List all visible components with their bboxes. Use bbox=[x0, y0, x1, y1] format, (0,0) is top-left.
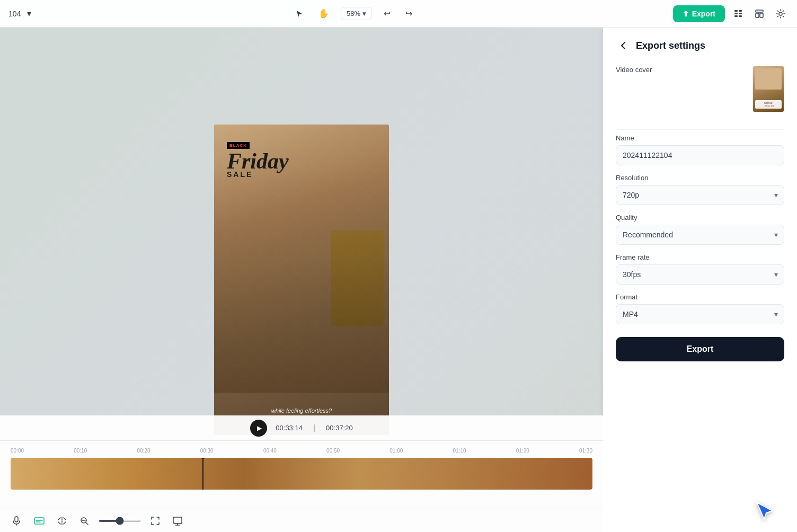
video-cover-section: Video cover $50.00- 30% off bbox=[616, 66, 784, 112]
fullscreen-button[interactable] bbox=[147, 513, 163, 529]
track-content bbox=[11, 458, 592, 490]
grid-icon bbox=[733, 9, 743, 19]
split-button[interactable] bbox=[54, 513, 70, 529]
time-separator: | bbox=[313, 423, 315, 433]
caption-icon bbox=[34, 516, 45, 526]
timeline-ruler: 00:00 00:10 00:20 00:30 00:40 00:50 01:0… bbox=[0, 445, 603, 456]
zoom-level-label: 58% bbox=[347, 10, 360, 17]
present-button[interactable] bbox=[170, 513, 185, 529]
ruler-mark-4: 00:40 bbox=[263, 448, 277, 454]
ruler-mark-2: 00:20 bbox=[137, 448, 150, 454]
microphone-icon bbox=[12, 516, 21, 526]
name-input[interactable] bbox=[616, 145, 784, 165]
hand-tool-button[interactable]: ✋ bbox=[315, 5, 332, 22]
zoom-button[interactable]: 58% ▾ bbox=[341, 7, 372, 20]
play-icon: ▶ bbox=[257, 424, 262, 432]
redo-button[interactable]: ↪ bbox=[402, 5, 415, 22]
cover-thumb-content: $50.00- 30% off bbox=[753, 66, 784, 112]
select-tool-button[interactable] bbox=[292, 6, 307, 21]
playback-bar: ▶ 00:33:14 | 00:37:20 bbox=[0, 415, 603, 441]
resolution-select[interactable]: 720p 1080p 480p 360p bbox=[616, 185, 784, 205]
zoom-out-icon bbox=[79, 516, 89, 526]
svg-rect-1 bbox=[739, 10, 742, 12]
resolution-field: Resolution 720p 1080p 480p 360p bbox=[616, 174, 784, 205]
panel-title: Export settings bbox=[636, 40, 705, 51]
grid-view-button[interactable] bbox=[730, 6, 746, 22]
svg-point-9 bbox=[779, 12, 782, 15]
export-upload-icon: ⬆ bbox=[683, 10, 689, 18]
svg-rect-19 bbox=[173, 517, 182, 524]
split-icon bbox=[57, 516, 67, 526]
total-time: 00:37:20 bbox=[326, 424, 353, 432]
svg-rect-5 bbox=[739, 15, 742, 17]
ruler-mark-5: 00:50 bbox=[326, 448, 340, 454]
svg-rect-12 bbox=[34, 518, 44, 524]
export-action-button[interactable]: Export bbox=[616, 337, 784, 361]
format-label: Format bbox=[616, 293, 784, 301]
caption-button[interactable] bbox=[31, 513, 48, 529]
back-icon bbox=[618, 40, 628, 51]
current-time: 00:33:14 bbox=[276, 424, 303, 432]
svg-rect-0 bbox=[734, 10, 738, 12]
resolution-label: Resolution bbox=[616, 174, 784, 182]
svg-rect-6 bbox=[756, 10, 763, 12]
name-field: Name bbox=[616, 134, 784, 165]
zoom-out-timeline-button[interactable] bbox=[76, 513, 92, 529]
resolution-select-wrapper: 720p 1080p 480p 360p bbox=[616, 185, 784, 205]
panel-header: Export settings bbox=[616, 38, 784, 53]
black-label: BLACK bbox=[227, 142, 250, 149]
svg-rect-7 bbox=[756, 13, 759, 17]
ruler-mark-8: 01:20 bbox=[516, 448, 529, 454]
framerate-select[interactable]: 30fps 24fps 60fps bbox=[616, 264, 784, 285]
ruler-mark-0: 00:00 bbox=[11, 448, 24, 454]
ruler-mark-3: 00:30 bbox=[200, 448, 214, 454]
hand-icon: ✋ bbox=[318, 8, 329, 19]
svg-rect-2 bbox=[734, 13, 738, 14]
quality-label: Quality bbox=[616, 214, 784, 221]
canvas-area: BLACK Friday SALE while feeling effortle… bbox=[0, 28, 603, 532]
layout-button[interactable] bbox=[751, 6, 767, 22]
svg-line-18 bbox=[86, 522, 88, 525]
play-button[interactable]: ▶ bbox=[250, 420, 267, 437]
redo-icon: ↪ bbox=[405, 8, 412, 19]
microphone-button[interactable] bbox=[8, 513, 24, 529]
export-top-button[interactable]: ⬆ Export bbox=[673, 5, 725, 22]
export-panel: Export settings Video cover $50.00- 30% … bbox=[603, 28, 797, 532]
filename-dropdown[interactable]: ▾ bbox=[24, 5, 34, 22]
svg-rect-4 bbox=[734, 15, 738, 17]
zoom-timeline-slider[interactable] bbox=[99, 520, 141, 522]
framerate-label: Frame rate bbox=[616, 253, 784, 261]
quality-select-wrapper: Recommended High Medium Low bbox=[616, 225, 784, 245]
layout-icon bbox=[755, 9, 764, 19]
ruler-marks: 00:00 00:10 00:20 00:30 00:40 00:50 01:0… bbox=[11, 448, 592, 454]
format-field: Format MP4 MOV GIF WebM bbox=[616, 293, 784, 324]
ruler-mark-7: 01:10 bbox=[453, 448, 466, 454]
settings-button[interactable] bbox=[773, 6, 789, 22]
subtitle-text: while feeling effortless? bbox=[214, 407, 389, 414]
select-icon bbox=[295, 10, 304, 18]
video-inner: BLACK Friday SALE while feeling effortle… bbox=[214, 125, 389, 435]
undo-button[interactable]: ↩ bbox=[380, 5, 394, 22]
divider-1 bbox=[616, 129, 784, 130]
svg-rect-3 bbox=[739, 13, 742, 14]
bottom-controls: ▶ 00:33:14 | 00:37:20 00:00 00:10 00:20 … bbox=[0, 415, 603, 532]
zoom-dropdown-icon: ▾ bbox=[362, 10, 366, 17]
framerate-select-wrapper: 30fps 24fps 60fps bbox=[616, 264, 784, 285]
cover-thumbnail[interactable]: $50.00- 30% off bbox=[752, 66, 784, 112]
person-silhouette bbox=[214, 167, 389, 393]
svg-rect-8 bbox=[760, 13, 763, 17]
ruler-mark-1: 00:10 bbox=[74, 448, 87, 454]
format-select[interactable]: MP4 MOV GIF WebM bbox=[616, 304, 784, 324]
name-label: Name bbox=[616, 134, 784, 142]
topbar-center: ✋ 58% ▾ ↩ ↪ bbox=[41, 5, 666, 22]
bottom-toolbar bbox=[0, 509, 603, 532]
timeline-track[interactable] bbox=[11, 458, 592, 490]
cover-price-tag: $50.00- 30% off bbox=[755, 100, 782, 109]
topbar: 104 ▾ ✋ 58% ▾ ↩ ↪ ⬆ Export bbox=[0, 0, 797, 28]
quality-select[interactable]: Recommended High Medium Low bbox=[616, 225, 784, 245]
present-icon bbox=[173, 516, 182, 526]
back-button[interactable] bbox=[616, 38, 631, 53]
video-cover-label: Video cover bbox=[616, 66, 652, 74]
gear-icon bbox=[776, 9, 785, 19]
main-area: BLACK Friday SALE while feeling effortle… bbox=[0, 28, 797, 532]
